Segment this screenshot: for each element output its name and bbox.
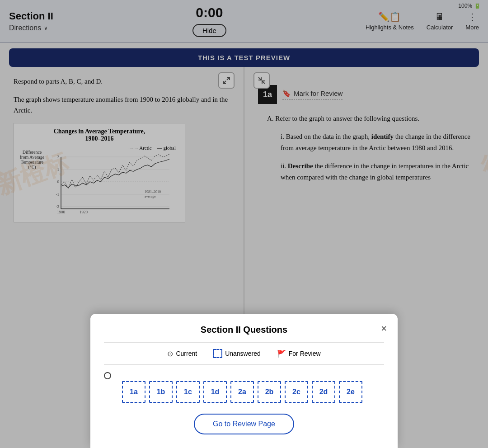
legend-unanswered: Unanswered	[213, 349, 261, 358]
legend-row: ⊙ Current Unanswered 🚩 For Review	[104, 349, 384, 358]
legend-review-label: For Review	[289, 350, 321, 357]
modal-title: Section II Questions	[104, 325, 384, 335]
modal-divider-bottom	[104, 364, 384, 365]
legend-current-label: Current	[176, 350, 197, 357]
question-item-1d[interactable]: 1d	[203, 381, 227, 403]
unanswered-icon	[213, 349, 222, 358]
legend-current: ⊙ Current	[167, 349, 197, 358]
modal-overlay: Section II Questions × ⊙ Current Unanswe…	[0, 0, 488, 448]
go-to-review-button[interactable]: Go to Review Page	[194, 414, 294, 434]
question-item-2e[interactable]: 2e	[339, 381, 362, 403]
question-item-2b[interactable]: 2b	[258, 381, 281, 403]
question-item-2c[interactable]: 2c	[285, 381, 308, 403]
question-item-1c[interactable]: 1c	[176, 381, 200, 403]
review-icon: 🚩	[277, 349, 286, 358]
modal-close-button[interactable]: ×	[381, 323, 387, 335]
question-item-2a[interactable]: 2a	[230, 381, 254, 403]
modal-divider-top	[104, 342, 384, 343]
question-item-2d[interactable]: 2d	[312, 381, 335, 403]
legend-review: 🚩 For Review	[277, 349, 321, 358]
question-item-1a[interactable]: 1a	[122, 381, 145, 403]
current-icon: ⊙	[167, 349, 173, 358]
questions-grid-area: 1a 1b 1c 1d 2a 2b 2c 2d 2e	[104, 372, 384, 403]
legend-unanswered-label: Unanswered	[225, 350, 261, 357]
section-questions-modal: Section II Questions × ⊙ Current Unanswe…	[90, 314, 398, 448]
question-item-1b[interactable]: 1b	[149, 381, 173, 403]
current-position-marker	[104, 372, 111, 379]
question-grid: 1a 1b 1c 1d 2a 2b 2c 2d 2e	[104, 381, 384, 403]
current-dot-icon	[104, 372, 111, 379]
